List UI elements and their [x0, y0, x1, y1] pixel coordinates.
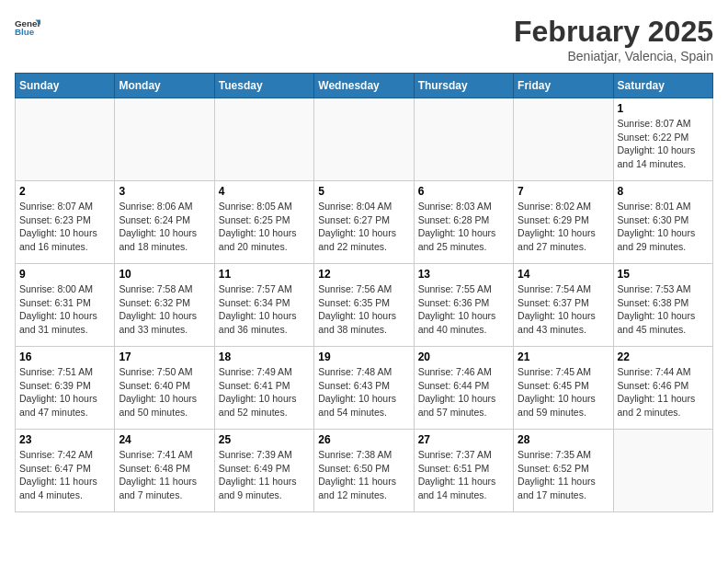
- table-row: 14Sunrise: 7:54 AMSunset: 6:37 PMDayligh…: [514, 264, 613, 347]
- table-row: 8Sunrise: 8:01 AMSunset: 6:30 PMDaylight…: [613, 181, 712, 264]
- day-number: 22: [618, 350, 709, 363]
- table-row: 22Sunrise: 7:44 AMSunset: 6:46 PMDayligh…: [613, 347, 712, 430]
- col-tuesday: Tuesday: [214, 74, 313, 98]
- day-info: Sunrise: 8:05 AMSunset: 6:25 PMDaylight:…: [219, 200, 310, 254]
- day-number: 9: [19, 268, 110, 281]
- day-number: 6: [418, 185, 509, 198]
- table-row: 18Sunrise: 7:49 AMSunset: 6:41 PMDayligh…: [214, 347, 313, 430]
- table-row: [115, 98, 214, 181]
- calendar-week-row: 16Sunrise: 7:51 AMSunset: 6:39 PMDayligh…: [16, 347, 713, 430]
- svg-text:Blue: Blue: [15, 27, 35, 37]
- day-info: Sunrise: 7:53 AMSunset: 6:38 PMDaylight:…: [618, 282, 709, 337]
- day-number: 15: [618, 268, 709, 281]
- table-row: 26Sunrise: 7:38 AMSunset: 6:50 PMDayligh…: [314, 430, 414, 512]
- calendar-week-row: 1Sunrise: 8:07 AMSunset: 6:22 PMDaylight…: [16, 98, 713, 181]
- col-thursday: Thursday: [414, 74, 513, 98]
- table-row: 1Sunrise: 8:07 AMSunset: 6:22 PMDaylight…: [613, 98, 712, 181]
- day-info: Sunrise: 7:46 AMSunset: 6:44 PMDaylight:…: [418, 365, 509, 419]
- day-number: 5: [318, 185, 409, 198]
- table-row: 16Sunrise: 7:51 AMSunset: 6:39 PMDayligh…: [16, 347, 115, 430]
- day-number: 16: [19, 350, 110, 363]
- table-row: [314, 98, 414, 181]
- location-subtitle: Beniatjar, Valencia, Spain: [514, 49, 713, 63]
- table-row: 25Sunrise: 7:39 AMSunset: 6:49 PMDayligh…: [214, 430, 313, 512]
- day-number: 21: [518, 350, 609, 363]
- day-number: 17: [119, 350, 210, 363]
- col-sunday: Sunday: [16, 74, 115, 98]
- day-info: Sunrise: 8:01 AMSunset: 6:30 PMDaylight:…: [618, 200, 709, 254]
- day-info: Sunrise: 7:37 AMSunset: 6:51 PMDaylight:…: [418, 448, 509, 502]
- table-row: 10Sunrise: 7:58 AMSunset: 6:32 PMDayligh…: [115, 264, 214, 347]
- table-row: 3Sunrise: 8:06 AMSunset: 6:24 PMDaylight…: [115, 181, 214, 264]
- calendar-week-row: 2Sunrise: 8:07 AMSunset: 6:23 PMDaylight…: [16, 181, 713, 264]
- calendar-header-row: Sunday Monday Tuesday Wednesday Thursday…: [16, 74, 713, 98]
- month-title: February 2025: [514, 15, 713, 49]
- calendar-table: Sunday Monday Tuesday Wednesday Thursday…: [15, 73, 713, 512]
- day-number: 18: [219, 350, 310, 363]
- day-number: 11: [219, 268, 310, 281]
- day-number: 19: [318, 350, 409, 363]
- table-row: 17Sunrise: 7:50 AMSunset: 6:40 PMDayligh…: [115, 347, 214, 430]
- day-info: Sunrise: 8:07 AMSunset: 6:23 PMDaylight:…: [19, 200, 110, 254]
- col-saturday: Saturday: [613, 74, 712, 98]
- table-row: 19Sunrise: 7:48 AMSunset: 6:43 PMDayligh…: [314, 347, 414, 430]
- day-number: 4: [219, 185, 310, 198]
- table-row: 15Sunrise: 7:53 AMSunset: 6:38 PMDayligh…: [613, 264, 712, 347]
- day-info: Sunrise: 7:42 AMSunset: 6:47 PMDaylight:…: [19, 448, 110, 502]
- table-row: [214, 98, 313, 181]
- day-number: 24: [119, 433, 210, 446]
- calendar-week-row: 9Sunrise: 8:00 AMSunset: 6:31 PMDaylight…: [16, 264, 713, 347]
- day-info: Sunrise: 7:57 AMSunset: 6:34 PMDaylight:…: [219, 282, 310, 337]
- day-info: Sunrise: 7:56 AMSunset: 6:35 PMDaylight:…: [318, 282, 409, 337]
- day-number: 14: [518, 268, 609, 281]
- table-row: [514, 98, 613, 181]
- table-row: 7Sunrise: 8:02 AMSunset: 6:29 PMDaylight…: [514, 181, 613, 264]
- day-number: 25: [219, 433, 310, 446]
- table-row: 9Sunrise: 8:00 AMSunset: 6:31 PMDaylight…: [16, 264, 115, 347]
- day-info: Sunrise: 7:55 AMSunset: 6:36 PMDaylight:…: [418, 282, 509, 337]
- day-info: Sunrise: 8:03 AMSunset: 6:28 PMDaylight:…: [418, 200, 509, 254]
- day-number: 7: [518, 185, 609, 198]
- calendar-week-row: 23Sunrise: 7:42 AMSunset: 6:47 PMDayligh…: [16, 430, 713, 512]
- col-wednesday: Wednesday: [314, 74, 414, 98]
- day-info: Sunrise: 8:06 AMSunset: 6:24 PMDaylight:…: [119, 200, 210, 254]
- day-info: Sunrise: 8:02 AMSunset: 6:29 PMDaylight:…: [518, 200, 609, 254]
- day-info: Sunrise: 7:51 AMSunset: 6:39 PMDaylight:…: [19, 365, 110, 419]
- table-row: 11Sunrise: 7:57 AMSunset: 6:34 PMDayligh…: [214, 264, 313, 347]
- table-row: 6Sunrise: 8:03 AMSunset: 6:28 PMDaylight…: [414, 181, 513, 264]
- table-row: 28Sunrise: 7:35 AMSunset: 6:52 PMDayligh…: [514, 430, 613, 512]
- day-number: 28: [518, 433, 609, 446]
- day-number: 2: [19, 185, 110, 198]
- logo: General Blue: [15, 15, 40, 40]
- day-info: Sunrise: 7:54 AMSunset: 6:37 PMDaylight:…: [518, 282, 609, 337]
- day-number: 13: [418, 268, 509, 281]
- day-info: Sunrise: 7:35 AMSunset: 6:52 PMDaylight:…: [518, 448, 609, 502]
- day-number: 23: [19, 433, 110, 446]
- table-row: 24Sunrise: 7:41 AMSunset: 6:48 PMDayligh…: [115, 430, 214, 512]
- day-number: 26: [318, 433, 409, 446]
- table-row: 2Sunrise: 8:07 AMSunset: 6:23 PMDaylight…: [16, 181, 115, 264]
- table-row: 4Sunrise: 8:05 AMSunset: 6:25 PMDaylight…: [214, 181, 313, 264]
- day-number: 3: [119, 185, 210, 198]
- day-info: Sunrise: 7:41 AMSunset: 6:48 PMDaylight:…: [119, 448, 210, 502]
- day-number: 1: [618, 102, 709, 115]
- col-monday: Monday: [115, 74, 214, 98]
- title-area: February 2025 Beniatjar, Valencia, Spain: [514, 15, 713, 63]
- day-info: Sunrise: 7:44 AMSunset: 6:46 PMDaylight:…: [618, 365, 709, 419]
- table-row: [613, 430, 712, 512]
- table-row: [414, 98, 513, 181]
- table-row: 27Sunrise: 7:37 AMSunset: 6:51 PMDayligh…: [414, 430, 513, 512]
- table-row: 12Sunrise: 7:56 AMSunset: 6:35 PMDayligh…: [314, 264, 414, 347]
- day-info: Sunrise: 7:38 AMSunset: 6:50 PMDaylight:…: [318, 448, 409, 502]
- header: General Blue February 2025 Beniatjar, Va…: [15, 15, 713, 63]
- day-number: 10: [119, 268, 210, 281]
- day-info: Sunrise: 7:39 AMSunset: 6:49 PMDaylight:…: [219, 448, 310, 502]
- day-number: 20: [418, 350, 509, 363]
- table-row: [16, 98, 115, 181]
- day-number: 8: [618, 185, 709, 198]
- logo-icon: General Blue: [15, 15, 40, 40]
- table-row: 23Sunrise: 7:42 AMSunset: 6:47 PMDayligh…: [16, 430, 115, 512]
- table-row: 21Sunrise: 7:45 AMSunset: 6:45 PMDayligh…: [514, 347, 613, 430]
- day-info: Sunrise: 7:48 AMSunset: 6:43 PMDaylight:…: [318, 365, 409, 419]
- table-row: 13Sunrise: 7:55 AMSunset: 6:36 PMDayligh…: [414, 264, 513, 347]
